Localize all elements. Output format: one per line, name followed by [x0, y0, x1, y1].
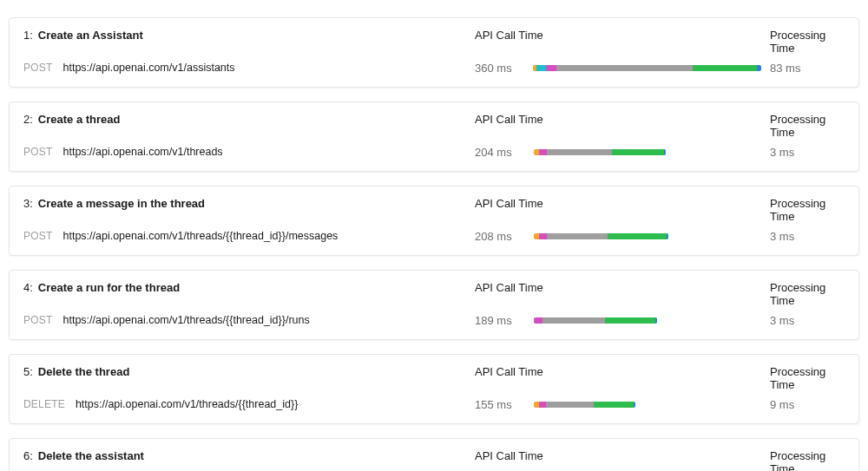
processing-time-label: Processing Time [770, 197, 845, 223]
api-time-value: 155 ms [475, 398, 527, 411]
step-header: 6:Delete the assistant [23, 449, 466, 471]
api-call-time-label: API Call Time [475, 197, 761, 223]
step-title: Create a message in the thread [38, 197, 205, 210]
api-time-value: 204 ms [475, 146, 527, 159]
timing-segment [608, 233, 667, 239]
api-call-time-label: API Call Time [475, 365, 761, 391]
step-index: 6: [23, 449, 33, 462]
api-call-card[interactable]: 3:Create a message in the threadAPI Call… [9, 186, 859, 256]
api-call-card[interactable]: 2:Create a threadAPI Call TimeProcessing… [9, 101, 859, 172]
timing-segment [547, 233, 608, 239]
timing-segment [612, 149, 664, 155]
step-index: 2: [23, 113, 33, 126]
step-header: 4:Create a run for the thread [23, 281, 466, 307]
request-line: POSThttps://api.openai.com/v1/threads/{{… [23, 230, 466, 243]
request-url: https://api.openai.com/v1/assistants [62, 62, 234, 74]
http-method: POST [23, 62, 52, 74]
step-title: Create a run for the thread [38, 281, 180, 294]
timing-bar [534, 402, 635, 408]
timing-segment [542, 317, 605, 324]
timing-segment [539, 149, 547, 155]
timing-segment [757, 65, 761, 71]
timing-segment [539, 233, 547, 239]
timing-segment [546, 402, 594, 408]
api-call-card[interactable]: 1:Create an AssistantAPI Call TimeProces… [9, 17, 859, 88]
http-method: DELETE [23, 398, 65, 410]
step-index: 3: [23, 197, 33, 210]
http-method: POST [23, 314, 52, 326]
api-call-time-label: API Call Time [475, 29, 761, 55]
step-title: Create an Assistant [38, 29, 143, 42]
request-line: POSThttps://api.openai.com/v1/threads [23, 146, 466, 159]
processing-time-value: 9 ms [770, 398, 845, 411]
timing-bar [534, 233, 668, 239]
timing-segment [539, 402, 546, 408]
request-line: DELETEhttps://api.openai.com/v1/threads/… [23, 398, 466, 411]
processing-time-label: Processing Time [770, 29, 845, 55]
step-index: 5: [23, 365, 33, 378]
request-line: POSThttps://api.openai.com/v1/assistants [23, 62, 466, 75]
timing-segment [655, 317, 657, 324]
step-index: 1: [23, 29, 33, 42]
timing-bar [534, 149, 666, 155]
processing-time-label: Processing Time [770, 365, 845, 391]
api-time-row: 360 ms [475, 62, 761, 75]
http-method: POST [23, 230, 52, 242]
api-time-row: 204 ms [475, 146, 761, 159]
api-call-card[interactable]: 5:Delete the threadAPI Call TimeProcessi… [9, 354, 859, 424]
request-url: https://api.openai.com/v1/threads [62, 146, 222, 158]
processing-time-label: Processing Time [770, 113, 845, 139]
request-url: https://api.openai.com/v1/threads/{{thre… [62, 230, 338, 242]
request-url: https://api.openai.com/v1/threads/{{thre… [62, 314, 309, 326]
timing-segment [594, 402, 634, 408]
timing-segment [693, 65, 757, 71]
step-index: 4: [23, 281, 33, 294]
step-header: 5:Delete the thread [23, 365, 466, 391]
api-time-row: 189 ms [475, 314, 761, 327]
api-call-time-label: API Call Time [475, 449, 761, 471]
step-title: Delete the assistant [38, 449, 144, 462]
processing-time-value: 3 ms [770, 230, 845, 243]
timing-segment [534, 317, 542, 324]
timing-segment [664, 149, 666, 155]
timing-bar [534, 317, 657, 324]
step-header: 3:Create a message in the thread [23, 197, 466, 223]
step-title: Delete the thread [38, 365, 129, 378]
timing-segment [536, 65, 546, 71]
api-time-row: 208 ms [475, 230, 761, 243]
api-call-card[interactable]: 4:Create a run for the threadAPI Call Ti… [9, 270, 859, 340]
timing-segment [546, 65, 557, 71]
api-time-value: 189 ms [475, 314, 527, 327]
timing-segment [605, 317, 655, 324]
step-header: 1:Create an Assistant [23, 29, 466, 55]
api-call-card[interactable]: 6:Delete the assistantAPI Call TimeProce… [9, 438, 859, 471]
step-header: 2:Create a thread [23, 113, 466, 139]
api-time-value: 208 ms [475, 230, 527, 243]
api-time-row: 155 ms [475, 398, 761, 411]
timing-segment [556, 65, 693, 71]
api-call-time-label: API Call Time [475, 281, 761, 307]
step-title: Create a thread [38, 113, 121, 126]
processing-time-label: Processing Time [770, 281, 845, 307]
api-call-time-label: API Call Time [475, 113, 761, 139]
timing-bar [533, 65, 761, 71]
processing-time-value: 83 ms [770, 62, 845, 75]
request-line: POSThttps://api.openai.com/v1/threads/{{… [23, 314, 466, 327]
timing-segment [634, 402, 635, 408]
processing-time-value: 3 ms [770, 314, 845, 327]
timing-segment [667, 233, 668, 239]
http-method: POST [23, 146, 52, 158]
processing-time-value: 3 ms [770, 146, 845, 159]
request-url: https://api.openai.com/v1/threads/{{thre… [76, 398, 298, 410]
api-time-value: 360 ms [475, 62, 526, 75]
timing-segment [547, 149, 612, 155]
processing-time-label: Processing Time [770, 449, 845, 471]
